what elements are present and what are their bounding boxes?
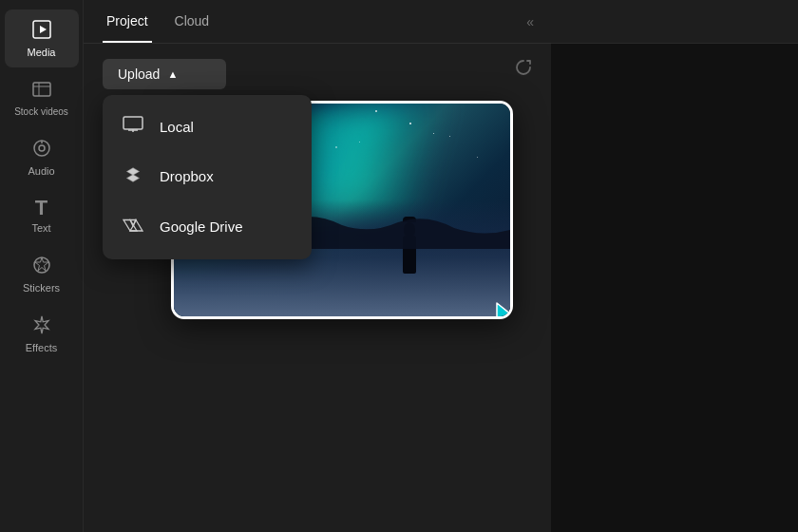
svg-marker-1: [40, 26, 47, 33]
svg-marker-17: [130, 220, 136, 227]
sidebar-item-media[interactable]: Media: [5, 10, 79, 67]
upload-dropdown: Local Dropbox: [103, 95, 312, 259]
sidebar-item-stickers-label: Stickers: [23, 282, 60, 294]
stickers-icon: [31, 255, 52, 278]
content-area: Upload ▲ Local: [84, 44, 551, 532]
text-icon: T: [35, 198, 48, 218]
svg-marker-18: [497, 303, 510, 316]
svg-point-6: [39, 145, 45, 151]
sidebar: Media Stock videos Audio T Text: [0, 0, 84, 532]
svg-marker-13: [127, 168, 139, 175]
right-panel: [551, 0, 798, 532]
upload-button[interactable]: Upload ▲: [103, 59, 226, 89]
google-drive-icon: [122, 215, 144, 238]
upload-label: Upload: [118, 66, 160, 82]
sidebar-item-stock-videos-label: Stock videos: [14, 106, 68, 117]
tab-project[interactable]: Project: [103, 0, 152, 43]
sidebar-item-effects[interactable]: Effects: [5, 305, 79, 363]
dropbox-icon: [122, 164, 144, 188]
dropdown-item-google-drive[interactable]: Google Drive: [103, 201, 312, 252]
tab-cloud[interactable]: Cloud: [171, 0, 214, 43]
dropdown-item-local[interactable]: Local: [103, 103, 312, 151]
tabs-bar: Project Cloud «: [84, 0, 551, 44]
sidebar-item-media-label: Media: [28, 47, 56, 58]
refresh-button[interactable]: [515, 59, 532, 80]
upload-chevron-icon: ▲: [167, 68, 178, 80]
sidebar-item-stickers[interactable]: Stickers: [5, 245, 79, 303]
sidebar-item-text-label: Text: [31, 222, 50, 234]
svg-rect-9: [124, 117, 142, 129]
sidebar-item-audio-label: Audio: [28, 165, 54, 177]
sidebar-item-text[interactable]: T Text: [5, 188, 79, 243]
local-label: Local: [160, 119, 194, 135]
svg-marker-14: [127, 175, 139, 181]
dropdown-item-dropbox[interactable]: Dropbox: [103, 151, 312, 201]
stock-videos-icon: [31, 79, 52, 103]
dropbox-label: Dropbox: [160, 168, 214, 184]
local-icon: [122, 116, 144, 138]
main-panel: Project Cloud « Upload ▲: [84, 0, 551, 532]
google-drive-label: Google Drive: [160, 218, 243, 235]
media-icon: [31, 19, 52, 43]
audio-icon: [31, 138, 52, 162]
svg-rect-2: [33, 83, 50, 96]
svg-point-8: [34, 257, 49, 273]
sidebar-item-audio[interactable]: Audio: [5, 128, 79, 186]
tabs-collapse-button[interactable]: «: [526, 14, 532, 29]
sidebar-item-effects-label: Effects: [26, 342, 57, 353]
sidebar-item-stock-videos[interactable]: Stock videos: [5, 69, 79, 126]
right-panel-header: [551, 0, 798, 44]
effects-icon: [31, 314, 52, 338]
